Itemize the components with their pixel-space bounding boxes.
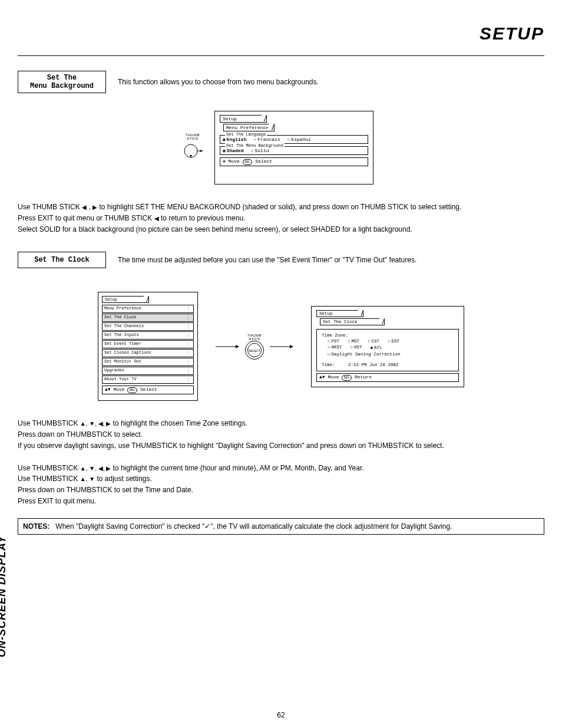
time-value: 2:53 PM Jun 28 2002 bbox=[348, 363, 399, 367]
diagram-set-clock: Setup Menu Preference〉 Set The Clock〉 Se… bbox=[18, 292, 544, 401]
osd-tab-setup: Setup bbox=[220, 115, 267, 123]
tz-mst[interactable]: MST bbox=[348, 339, 359, 344]
svg-marker-7 bbox=[290, 345, 293, 348]
svg-marker-5 bbox=[236, 345, 239, 348]
select-button-icon: SELECT bbox=[245, 341, 264, 360]
list-item[interactable]: Set Monitor Out〉 bbox=[102, 358, 194, 366]
osd-language-group: Set The Language English Francais Españo… bbox=[220, 135, 368, 144]
time-label: Time: bbox=[322, 363, 335, 367]
list-item[interactable]: Set Closed Captions〉 bbox=[102, 349, 194, 357]
osd-set-clock: Setup Set The Clock Time Zone: PST MST C… bbox=[311, 306, 464, 387]
page-number: 62 bbox=[0, 711, 562, 719]
tz-atl[interactable]: ATL bbox=[371, 345, 382, 350]
left-arrow-icon: ◀ bbox=[82, 204, 87, 210]
list-item[interactable]: About Your TV〉 bbox=[102, 375, 194, 384]
notes-label: NOTES: bbox=[23, 522, 49, 531]
osd-tab-setup: Setup bbox=[316, 310, 363, 317]
lang-francais[interactable]: Francais bbox=[253, 137, 280, 142]
tz-est[interactable]: EST bbox=[388, 339, 399, 344]
osd-hint-bar: ✥ Move SEL Select bbox=[220, 157, 368, 166]
tz-pst[interactable]: PST bbox=[328, 339, 339, 344]
tz-akst[interactable]: AKST bbox=[328, 345, 342, 350]
list-item[interactable]: Menu Preference〉 bbox=[102, 305, 194, 313]
bg-solid[interactable]: Solid bbox=[251, 148, 269, 153]
lang-english[interactable]: English bbox=[223, 137, 246, 142]
notes-text: When "Daylight Saving Correction" is che… bbox=[55, 522, 452, 531]
osd-tab-set-clock: Set The Clock bbox=[320, 318, 385, 325]
sel-icon: SEL bbox=[243, 159, 253, 165]
left-arrow-icon: ◀ bbox=[154, 215, 159, 222]
thumbstick-label: THUMB STICK bbox=[245, 334, 264, 341]
diagram-menu-background: THUMB STICK Setup Menu Preferences Set T… bbox=[183, 111, 544, 185]
page-title: SETUP bbox=[18, 24, 544, 44]
svg-marker-3 bbox=[190, 155, 192, 157]
thumbstick-label: THUMB STICK bbox=[183, 133, 203, 140]
notes-box: NOTES: When "Daylight Saving Correction"… bbox=[18, 518, 544, 535]
section1-intro: This function allows you to choose from … bbox=[118, 78, 544, 86]
move-icon: ✥ bbox=[223, 159, 226, 164]
list-item[interactable]: Set The Channels〉 bbox=[102, 322, 194, 331]
list-item[interactable]: Set Event Timer〉 bbox=[102, 340, 194, 348]
instructions-set-clock: Use THUMBSTICK ▲, ▼, ◀, ▶ to highlight t… bbox=[18, 419, 544, 506]
osd-setup-list: Setup Menu Preference〉 Set The Clock〉 Se… bbox=[98, 292, 198, 401]
arrow-right-icon bbox=[216, 344, 239, 350]
list-item-selected[interactable]: Set The Clock〉 bbox=[102, 314, 194, 322]
dst-checkbox[interactable]: Daylight Saving Correction bbox=[328, 351, 401, 357]
arrow-right-icon bbox=[270, 344, 293, 350]
section-heading-menu-background: Set The Menu Background bbox=[18, 71, 106, 93]
bg-shaded[interactable]: Shaded bbox=[223, 148, 244, 153]
list-item[interactable]: Upgrades〉 bbox=[102, 367, 194, 375]
tz-hst[interactable]: HST bbox=[351, 345, 362, 350]
osd-hint-bar: ▲▼ Move SEL Return bbox=[316, 373, 459, 382]
osd-background-group: Set The Menu Background Shaded Solid bbox=[220, 146, 368, 155]
svg-marker-2 bbox=[200, 150, 203, 152]
osd-menu-preferences: Setup Menu Preferences Set The Language … bbox=[214, 111, 373, 185]
instructions-menu-background: Use THUMB STICK ◀ , ▶ to highlight SET T… bbox=[18, 202, 544, 234]
section2-intro: The time must be adjusted before you can… bbox=[118, 256, 416, 264]
header-rule bbox=[18, 55, 544, 56]
osd-tab-setup: Setup bbox=[102, 296, 149, 303]
tz-cst[interactable]: CST bbox=[368, 339, 379, 344]
osd-tab-menu-prefs: Menu Preferences bbox=[223, 124, 275, 131]
list-item[interactable]: Set The Inputs〉 bbox=[102, 331, 194, 340]
timezone-label: Time Zone: bbox=[322, 333, 454, 338]
spine-label: ON-SCREEN DISPLAY bbox=[0, 535, 8, 657]
section-heading-set-clock: Set The Clock bbox=[18, 252, 106, 268]
right-arrow-icon: ▶ bbox=[92, 204, 97, 210]
thumbstick-icon bbox=[183, 140, 203, 160]
lang-espanol[interactable]: Español bbox=[287, 137, 311, 142]
osd-hint-bar: ▲▼ Move SEL Select bbox=[102, 386, 194, 394]
